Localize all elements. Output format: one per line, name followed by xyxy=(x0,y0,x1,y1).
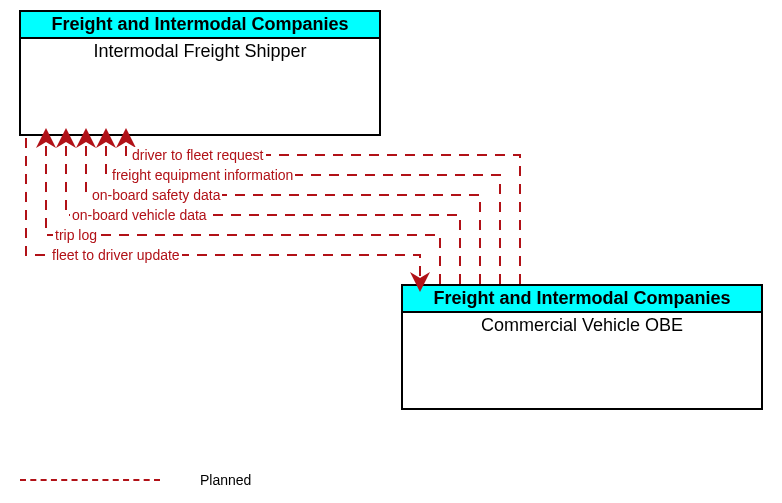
entity-top-header: Freight and Intermodal Companies xyxy=(21,12,379,39)
flow-label-on-board-safety-data: on-board safety data xyxy=(90,187,222,203)
flow-label-fleet-to-driver-update: fleet to driver update xyxy=(50,247,182,263)
entity-intermodal-freight-shipper: Freight and Intermodal Companies Intermo… xyxy=(19,10,381,136)
entity-top-body: Intermodal Freight Shipper xyxy=(21,39,379,62)
flow-label-on-board-vehicle-data: on-board vehicle data xyxy=(70,207,209,223)
flow-label-trip-log: trip log xyxy=(53,227,99,243)
entity-bottom-body: Commercial Vehicle OBE xyxy=(403,313,761,336)
entity-commercial-vehicle-obe: Freight and Intermodal Companies Commerc… xyxy=(401,284,763,410)
legend-label-planned: Planned xyxy=(200,472,251,488)
entity-bottom-header: Freight and Intermodal Companies xyxy=(403,286,761,313)
legend-line-planned xyxy=(20,479,160,481)
flow-label-freight-equipment-information: freight equipment information xyxy=(110,167,295,183)
flow-label-driver-to-fleet-request: driver to fleet request xyxy=(130,147,266,163)
legend: Planned xyxy=(20,472,251,488)
